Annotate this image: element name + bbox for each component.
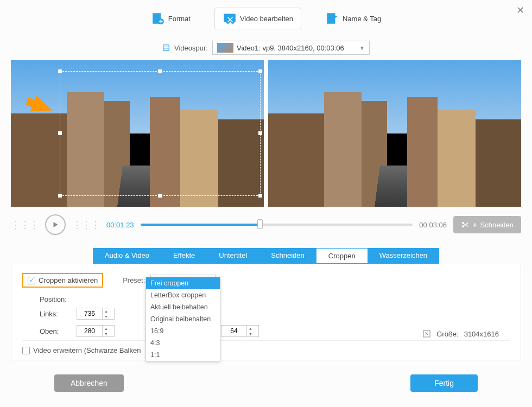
preset-option-16-9[interactable]: 16:9 (146, 325, 220, 337)
editor-tabs: Audio & Video Effekte Untertitel Schneid… (11, 248, 521, 264)
tab-format[interactable]: Format (143, 8, 198, 29)
left-input[interactable] (77, 310, 102, 317)
top-field[interactable]: ▲▼ (77, 325, 115, 337)
left-field[interactable]: ▲▼ (77, 308, 115, 320)
expand-video-option[interactable]: Video erweitern (Schwarze Balken (22, 346, 510, 354)
size-label: Größe: (436, 330, 458, 338)
divider (22, 340, 510, 341)
grip-icon[interactable]: ⋮⋮⋮ (11, 219, 39, 231)
enable-crop-highlight: Croppen aktivieren (22, 273, 103, 288)
cut-button-label: Schneiden (480, 221, 514, 229)
expand-label: Video erweitern (Schwarze Balken (33, 346, 141, 354)
size-icon (422, 329, 431, 338)
tab-audio-video[interactable]: Audio & Video (93, 248, 161, 264)
done-button[interactable]: Fertig (410, 374, 478, 392)
expand-checkbox[interactable] (22, 347, 30, 354)
grip-icon[interactable]: ⋮⋮⋮ (72, 219, 100, 231)
crop-panel: Croppen aktivieren Preset: Frei croppen … (11, 264, 521, 360)
close-icon[interactable]: ✕ (516, 4, 524, 16)
cut-button[interactable]: + Schneiden (453, 216, 521, 233)
tab-format-label: Format (168, 15, 191, 23)
tab-watermark[interactable]: Wasserzeichen (368, 248, 439, 264)
tab-subtitles[interactable]: Untertitel (207, 248, 259, 264)
tab-name-tag[interactable]: Name & Tag (318, 8, 389, 29)
tab-trim[interactable]: Schneiden (259, 248, 316, 264)
tab-effects[interactable]: Effekte (161, 248, 207, 264)
footer: Abbrechen Fertig (0, 369, 532, 392)
video-track-label: Videospur: (174, 44, 208, 52)
size-readout: Größe: 3104x1616 (422, 329, 499, 338)
playback-bar: ⋮⋮⋮ ⋮⋮⋮ 00:01:23 00:03:06 + Schneiden (0, 207, 532, 243)
tab-nametag-label: Name & Tag (343, 15, 381, 23)
tab-crop[interactable]: Croppen (316, 248, 368, 264)
top-tabs: Format Video bearbeiten Name & Tag (0, 0, 532, 35)
preset-option-4-3[interactable]: 4:3 (146, 337, 220, 349)
tab-edit-video[interactable]: Video bearbeiten (214, 8, 301, 29)
total-duration: 00:03:06 (419, 221, 447, 229)
enable-crop-label: Croppen aktivieren (39, 276, 98, 284)
chevron-down-icon: ▼ (359, 45, 365, 51)
preset-label: Preset: (123, 276, 145, 284)
video-thumb-icon (217, 43, 233, 53)
hidden-input[interactable] (221, 327, 246, 335)
scissors-icon (461, 220, 470, 229)
size-value: 3104x1616 (464, 330, 499, 338)
play-button[interactable] (45, 214, 66, 235)
preset-option-keep-original[interactable]: Original beibehalten (146, 313, 220, 325)
video-track-value: Video1: vp9, 3840x2160, 00:03:06 (237, 44, 344, 52)
hidden-field[interactable]: ▲▼ (221, 325, 259, 337)
film-icon (162, 44, 170, 52)
svg-rect-5 (327, 13, 335, 24)
original-pane[interactable]: ▷ Original (11, 60, 264, 207)
left-label: Links: (40, 310, 67, 318)
preset-option-keep-current[interactable]: Aktuell beibehalten (146, 301, 220, 313)
seek-slider[interactable] (141, 224, 413, 226)
tab-edit-label: Video bearbeiten (240, 15, 293, 23)
top-input[interactable] (77, 327, 102, 335)
enable-crop-checkbox[interactable] (28, 277, 35, 284)
preset-dropdown[interactable]: Frei croppen LetterBox croppen Aktuell b… (145, 277, 220, 361)
preset-option-1-1[interactable]: 1:1 (146, 349, 220, 361)
svg-rect-6 (163, 45, 169, 51)
cancel-button[interactable]: Abbrechen (54, 374, 124, 392)
preview-pane[interactable]: Vorschau 🔍 (268, 60, 521, 207)
crop-rectangle[interactable] (60, 71, 261, 196)
position-label: Position: (40, 295, 510, 303)
current-time: 00:01:23 (106, 221, 134, 229)
preview-panes: ▷ Original Vorschau 🔍 (0, 60, 532, 207)
preset-option-letterbox[interactable]: LetterBox croppen (146, 289, 220, 301)
preset-option-free[interactable]: Frei croppen (146, 277, 220, 289)
top-label: Oben: (40, 327, 67, 335)
video-track-select[interactable]: Video1: vp9, 3840x2160, 00:03:06 ▼ (212, 41, 370, 55)
video-track-row: Videospur: Video1: vp9, 3840x2160, 00:03… (0, 35, 532, 60)
